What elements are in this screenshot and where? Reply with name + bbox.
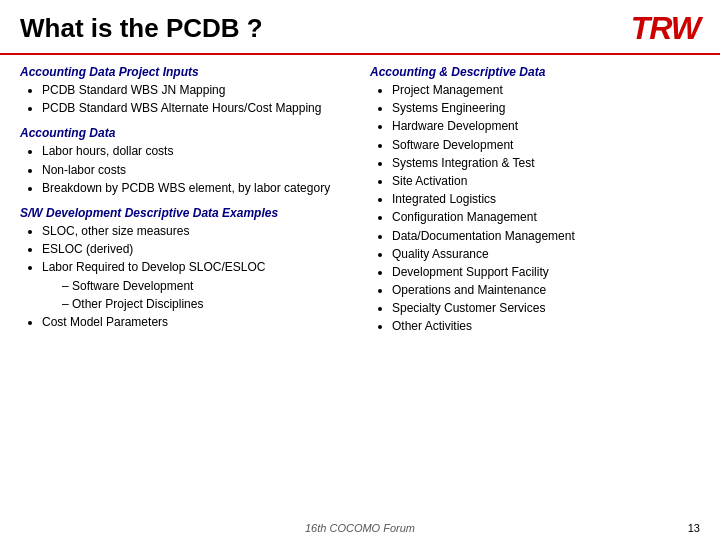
- list-accounting-inputs: PCDB Standard WBS JN Mapping PCDB Standa…: [20, 82, 350, 116]
- list-item: Non-labor costs: [42, 162, 350, 178]
- list-item: Specialty Customer Services: [392, 300, 700, 316]
- section-descriptive-data: Accounting & Descriptive Data Project Ma…: [370, 65, 700, 335]
- section-title-1: Accounting Data Project Inputs: [20, 65, 350, 79]
- list-descriptive-2: Quality Assurance Development Support Fa…: [370, 246, 700, 280]
- list-item: Development Support Facility: [392, 264, 700, 280]
- section-title-right: Accounting & Descriptive Data: [370, 65, 700, 79]
- section-title-2: Accounting Data: [20, 126, 350, 140]
- list-item: Other Project Disciplines: [62, 296, 350, 312]
- list-descriptive-4: Other Activities: [370, 318, 700, 334]
- list-item: Software Development: [62, 278, 350, 294]
- list-item: Data/Documentation Management: [392, 228, 700, 244]
- section-accounting-data: Accounting Data Labor hours, dollar cost…: [20, 126, 350, 196]
- footer-page-number: 13: [688, 522, 700, 534]
- main-content: Accounting Data Project Inputs PCDB Stan…: [0, 55, 720, 351]
- page: What is the PCDB ? TRW Accounting Data P…: [0, 0, 720, 540]
- list-item: Site Activation: [392, 173, 700, 189]
- list-item: Quality Assurance: [392, 246, 700, 262]
- list-item: Integrated Logistics: [392, 191, 700, 207]
- right-column: Accounting & Descriptive Data Project Ma…: [370, 65, 700, 345]
- page-number: 13: [688, 522, 700, 534]
- list-item: Software Development: [392, 137, 700, 153]
- list-item: Labor hours, dollar costs: [42, 143, 350, 159]
- page-title: What is the PCDB ?: [20, 13, 263, 44]
- left-column: Accounting Data Project Inputs PCDB Stan…: [20, 65, 350, 345]
- list-subitems: Software Development Other Project Disci…: [20, 278, 350, 312]
- list-extra: Cost Model Parameters: [20, 314, 350, 330]
- list-item: Systems Integration & Test: [392, 155, 700, 171]
- list-item: Cost Model Parameters: [42, 314, 350, 330]
- section-title-3: S/W Development Descriptive Data Example…: [20, 206, 350, 220]
- list-item: SLOC, other size measures: [42, 223, 350, 239]
- list-item: Configuration Management: [392, 209, 700, 225]
- trw-logo: TRW: [631, 10, 700, 47]
- list-sw-development: SLOC, other size measures ESLOC (derived…: [20, 223, 350, 276]
- list-item: Labor Required to Develop SLOC/ESLOC: [42, 259, 350, 275]
- list-item: Hardware Development: [392, 118, 700, 134]
- section-sw-development: S/W Development Descriptive Data Example…: [20, 206, 350, 330]
- list-descriptive-3: Operations and Maintenance Specialty Cus…: [370, 282, 700, 316]
- list-item: Breakdown by PCDB WBS element, by labor …: [42, 180, 350, 196]
- list-descriptive-main: Project Management Systems Engineering H…: [370, 82, 700, 244]
- list-item: Systems Engineering: [392, 100, 700, 116]
- list-item: ESLOC (derived): [42, 241, 350, 257]
- list-item: PCDB Standard WBS JN Mapping: [42, 82, 350, 98]
- list-item: Project Management: [392, 82, 700, 98]
- list-item: Operations and Maintenance: [392, 282, 700, 298]
- footer-forum-label: 16th COCOMO Forum: [305, 522, 415, 534]
- list-item: PCDB Standard WBS Alternate Hours/Cost M…: [42, 100, 350, 116]
- footer-center: 16th COCOMO Forum: [305, 522, 415, 534]
- header: What is the PCDB ? TRW: [0, 0, 720, 55]
- section-accounting-inputs: Accounting Data Project Inputs PCDB Stan…: [20, 65, 350, 116]
- list-accounting-data: Labor hours, dollar costs Non-labor cost…: [20, 143, 350, 196]
- list-item: Other Activities: [392, 318, 700, 334]
